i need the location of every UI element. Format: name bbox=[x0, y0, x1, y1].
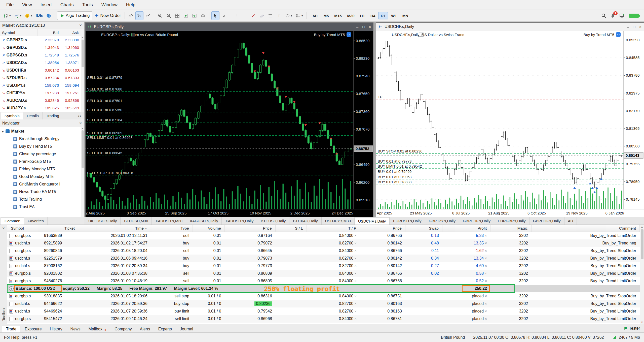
market-watch-row-gbpsgd.s[interactable]: ↗GBPSGD.s1.725491.72576 bbox=[0, 51, 84, 59]
col-time[interactable]: Time ▲ bbox=[96, 225, 151, 232]
tree-node-ea[interactable]: Close by percentage bbox=[0, 150, 84, 158]
tree-node-ea[interactable]: Total Trailing bbox=[0, 196, 84, 203]
trade-row-89215899[interactable]: usdchf.s892158992026.01.02 17:54:27buy0.… bbox=[7, 239, 640, 247]
objects-list-button[interactable]: ▾ bbox=[294, 11, 305, 20]
status-connection[interactable]: 2467 / 5 Mb bbox=[608, 334, 644, 340]
horizontal-line-button[interactable] bbox=[241, 11, 249, 20]
col-tp[interactable]: T / P bbox=[307, 225, 360, 232]
timeframe-m5[interactable]: M5 bbox=[321, 12, 331, 19]
close-toolbox-icon[interactable]: × bbox=[2, 226, 5, 231]
timeframe-d1[interactable]: D1 bbox=[378, 12, 388, 19]
tab-details[interactable]: Details bbox=[23, 112, 42, 119]
profiles-button[interactable]: $▾ bbox=[23, 11, 34, 20]
market-watch-row-usdcad.s[interactable]: ↗USDCAD.s1.389541.38971 bbox=[0, 59, 84, 67]
trade-row-93018835[interactable]: eurgbp.s930188352026.01.05 18:20:06sell … bbox=[7, 292, 640, 300]
cursor-button[interactable] bbox=[211, 11, 219, 20]
close-position-icon[interactable]: × bbox=[485, 294, 487, 298]
close-position-icon[interactable]: × bbox=[485, 241, 487, 245]
tree-node-ea[interactable]: Buy by Trend MT5 bbox=[0, 143, 84, 150]
menu-charts[interactable]: Charts bbox=[56, 0, 78, 10]
scroll-up-icon[interactable]: ▲ bbox=[641, 225, 643, 228]
col-swap[interactable]: Swap bbox=[405, 225, 442, 232]
chart-tab[interactable]: UKOUSD.s,Daily bbox=[85, 217, 121, 225]
close-icon[interactable]: × bbox=[79, 23, 82, 28]
zoom-out-button[interactable] bbox=[165, 11, 173, 20]
menu-tools[interactable]: Tools bbox=[78, 0, 97, 10]
chart-symbol-icon[interactable] bbox=[385, 32, 390, 37]
expand-balance-icon[interactable]: + bbox=[9, 286, 14, 291]
chart-tab[interactable]: XAGUSD.s,Daily bbox=[186, 217, 222, 225]
channel-button[interactable] bbox=[258, 11, 266, 20]
mw-col-bid[interactable]: Bid bbox=[38, 29, 61, 36]
window-titlebar[interactable]: USDCHF.s,Daily –□× bbox=[376, 23, 644, 31]
close-icon[interactable]: × bbox=[639, 25, 641, 29]
tab-symbols[interactable]: Symbols bbox=[1, 112, 23, 119]
remove-tp-icon[interactable]: × bbox=[354, 309, 357, 313]
remove-tp-icon[interactable]: × bbox=[354, 294, 357, 298]
tree-node-ea[interactable]: FrankoScalp MT5 bbox=[0, 158, 84, 165]
tree-node-ea[interactable]: News Trade EA MT5 bbox=[0, 188, 84, 196]
chart-tab[interactable]: GBPCHF.s,Daily bbox=[459, 217, 494, 225]
tab-favorites[interactable]: Favorites bbox=[24, 217, 48, 225]
tree-node-ea[interactable]: GridMartin Conqueror I bbox=[0, 180, 84, 188]
col-symbol[interactable]: Symbol bbox=[7, 225, 43, 232]
zoom-in-button[interactable] bbox=[156, 11, 164, 20]
timeframe-w1[interactable]: W1 bbox=[389, 12, 399, 19]
menu-window[interactable]: Window bbox=[97, 0, 122, 10]
chart-tab[interactable]: EURUSD.s,Daily bbox=[390, 217, 425, 225]
trade-row-95415472[interactable]: eurgbp.s954154722026.01.09 10:46:24sell … bbox=[7, 315, 640, 323]
close-position-icon[interactable]: × bbox=[485, 301, 487, 306]
expert-advisor-icon[interactable] bbox=[347, 32, 351, 37]
close-position-icon[interactable]: × bbox=[485, 309, 487, 313]
market-watch-row-nzdusd.s[interactable]: ↘NZDUSD.s0.572840.57303 bbox=[0, 74, 84, 82]
chart-tab[interactable]: XAUUSD.s,M30 bbox=[152, 217, 186, 225]
window-titlebar[interactable]: EURGBP.s,Daily –□× bbox=[86, 23, 373, 31]
trade-row-92001502[interactable]: eurgbp.s920015022026.01.08 07:35:38sell0… bbox=[7, 270, 640, 277]
timeframe-m15[interactable]: M15 bbox=[332, 12, 344, 19]
market-watch-row-usdchf.s[interactable]: ↘USDCHF.s0.801420.80163 bbox=[0, 67, 84, 74]
tester-link[interactable]: ⚑Tester bbox=[623, 324, 642, 332]
market-watch-row-audjpy.s[interactable]: ↘AUDJPY.s105.625105.649 bbox=[0, 104, 84, 112]
tree-node-ea[interactable]: Trust EA bbox=[0, 203, 84, 211]
chart-body-eurgbp[interactable]: SELL 0.01 at 0.87879SELL 0.01 at 0.87688… bbox=[86, 31, 373, 217]
timeframe-m30[interactable]: M30 bbox=[345, 12, 357, 19]
toolbox-tab-exposure[interactable]: Exposure bbox=[21, 326, 46, 332]
market-watch-row-gbpnzd.s[interactable]: ↗GBPNZD.s2.339702.33990 bbox=[0, 36, 84, 44]
tree-node-ea[interactable]: Friday Monday MT5 bbox=[0, 165, 84, 173]
col-ticket[interactable]: Ticket bbox=[43, 225, 96, 232]
maximize-icon[interactable]: □ bbox=[362, 25, 365, 29]
timeframe-h1[interactable]: H1 bbox=[358, 12, 367, 19]
close-position-icon[interactable]: × bbox=[485, 271, 487, 275]
tab-scroll-icons[interactable]: ◂▸ bbox=[76, 112, 84, 119]
chart-tab[interactable]: BTCUSD,M30 bbox=[121, 217, 152, 225]
trade-row-91663539[interactable]: eurgbp.s916635392026.01.02 13:11:31sell0… bbox=[7, 232, 640, 239]
timeframe-mn[interactable]: MN bbox=[400, 12, 411, 19]
community-button[interactable] bbox=[45, 11, 53, 20]
scroll-thumb[interactable] bbox=[641, 229, 643, 259]
chart-type-button[interactable]: ▾ bbox=[2, 11, 12, 20]
toolbox-tab-trade[interactable]: Trade bbox=[2, 326, 20, 332]
close-position-icon[interactable]: × bbox=[485, 256, 487, 260]
close-position-icon[interactable]: × bbox=[485, 233, 487, 238]
scroll-down-icon[interactable]: ▼ bbox=[641, 321, 643, 324]
close-icon[interactable]: × bbox=[79, 121, 82, 126]
vertical-line-button[interactable] bbox=[232, 11, 240, 20]
vps-icon[interactable] bbox=[619, 13, 625, 18]
trade-row-92251579[interactable]: usdchf.s922515792026.01.06 09:44:16buy0.… bbox=[7, 255, 640, 262]
chart-symbol-icon[interactable] bbox=[94, 32, 99, 37]
tree-node-ea[interactable]: Good Monday MT5 bbox=[0, 173, 84, 180]
trade-scrollbar[interactable]: ▲ ▼ bbox=[640, 225, 644, 324]
remove-tp-icon[interactable]: × bbox=[354, 271, 357, 275]
col-comment[interactable]: Comment bbox=[532, 225, 640, 232]
line-chart-button[interactable] bbox=[144, 11, 152, 20]
fibonacci-button[interactable] bbox=[267, 11, 275, 20]
chart-tab[interactable]: BTCUSD,Daily bbox=[257, 217, 289, 225]
remove-tp-icon[interactable]: × bbox=[354, 248, 357, 253]
tree-node-ea[interactable]: Breakthrough Strategy bbox=[0, 135, 84, 143]
balance-row[interactable]: +Balance: 100.00 USDEquity: 350.22Margin… bbox=[7, 285, 640, 292]
close-position-icon[interactable]: × bbox=[485, 279, 487, 283]
trade-row-94640276[interactable]: eurgbp.s946402762026.01.09 10:46:19sell0… bbox=[7, 277, 640, 285]
col-sl[interactable]: S / L bbox=[276, 225, 307, 232]
close-position-icon[interactable]: × bbox=[485, 264, 487, 268]
chart-tab[interactable]: USDJPY.s,M30 bbox=[322, 217, 355, 225]
